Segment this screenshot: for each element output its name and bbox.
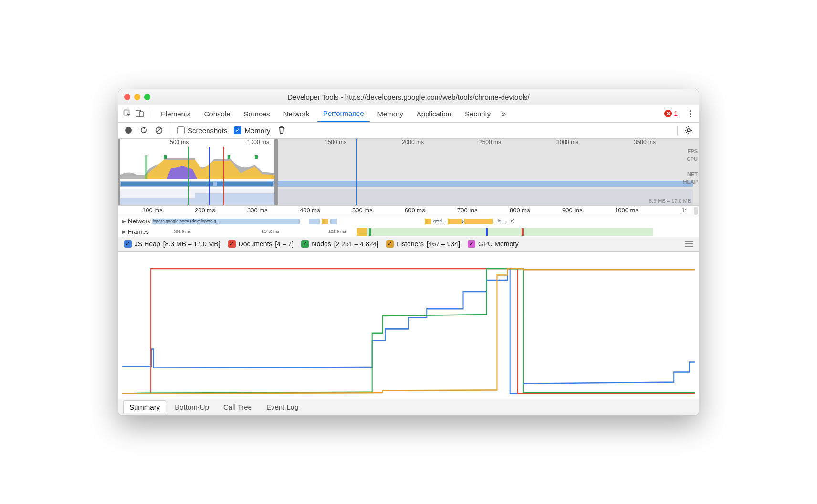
checkbox-checked-icon: ✓ — [301, 240, 309, 248]
tab-bottom-up[interactable]: Bottom-Up — [169, 401, 215, 413]
reload-record-button[interactable] — [139, 126, 148, 135]
toolbar-separator-right — [677, 126, 678, 135]
zoom-window-button[interactable] — [144, 94, 150, 100]
frame-bar[interactable] — [486, 228, 488, 236]
tab-event-log[interactable]: Event Log — [261, 401, 304, 413]
devtools-tabs: Elements Console Sources Network Perform… — [118, 105, 699, 123]
overview-tracks: 8.3 MB – 17.0 MB — [118, 147, 693, 205]
tab-console[interactable]: Console — [199, 105, 236, 122]
ruler-tick: 400 ms — [300, 207, 320, 214]
tab-application[interactable]: Application — [411, 105, 457, 122]
legend-documents[interactable]: ✓ Documents [4 – 7] — [228, 240, 294, 248]
scrollbar[interactable] — [694, 207, 698, 215]
minimize-window-button[interactable] — [134, 94, 140, 100]
net-label: NET — [683, 170, 698, 178]
legend-nodes[interactable]: ✓ Nodes [2 251 – 4 824] — [301, 240, 378, 248]
cpu-label: CPU — [683, 155, 698, 163]
close-window-button[interactable] — [124, 94, 130, 100]
inspect-icon[interactable] — [122, 108, 133, 119]
toolbar-separator — [170, 126, 170, 135]
more-tabs-icon[interactable]: » — [498, 108, 509, 119]
request-bar[interactable] — [309, 219, 320, 224]
tab-sources[interactable]: Sources — [238, 105, 276, 122]
overview-window-start-handle[interactable] — [118, 139, 120, 205]
tab-call-tree[interactable]: Call Tree — [218, 401, 258, 413]
expand-icon[interactable]: ▶ — [122, 219, 126, 224]
legend-label: Documents — [239, 240, 272, 248]
overview-marker — [188, 147, 189, 205]
tab-memory[interactable]: Memory — [372, 105, 409, 122]
heap-label: HEAP — [683, 178, 698, 186]
tab-performance[interactable]: Performance — [317, 105, 370, 122]
request-bar[interactable]: lopers.google.com/ (developers.g… — [152, 219, 300, 224]
request-bar[interactable] — [448, 219, 462, 224]
ruler-tail: 1: — [681, 207, 687, 214]
devtools-menu-icon[interactable] — [685, 110, 695, 117]
tab-network[interactable]: Network — [278, 105, 315, 122]
legend-menu-icon[interactable] — [685, 241, 693, 247]
request-bar[interactable] — [464, 219, 493, 224]
checkbox-unchecked-icon — [177, 126, 185, 134]
tab-summary[interactable]: Summary — [123, 400, 166, 413]
frame-time: 214.0 ms — [262, 229, 279, 235]
legend-range: [8.3 MB – 17.0 MB] — [163, 240, 220, 248]
record-button[interactable] — [124, 126, 133, 135]
overview-panel[interactable]: 500 ms 1000 ms 1500 ms 2000 ms 2500 ms 3… — [118, 139, 699, 206]
request-bar[interactable] — [425, 219, 431, 224]
clear-button[interactable] — [155, 126, 163, 135]
garbage-collect-button[interactable] — [277, 126, 286, 135]
frame-time: 222.9 ms — [328, 229, 346, 235]
frame-bar[interactable] — [357, 228, 367, 236]
fps-label: FPS — [683, 147, 698, 155]
settings-icon[interactable] — [684, 126, 693, 135]
device-toggle-icon[interactable] — [135, 108, 145, 119]
tab-elements[interactable]: Elements — [155, 105, 197, 122]
svg-line-5 — [157, 128, 161, 132]
overview-marker — [223, 147, 224, 205]
frames-track[interactable]: ▶ Frames 364.9 ms 214.0 ms 222.9 ms — [118, 227, 699, 237]
request-bar[interactable] — [330, 219, 337, 224]
checkbox-checked-icon: ✓ — [386, 240, 394, 248]
svg-point-3 — [125, 127, 132, 134]
ruler-tick: 800 ms — [510, 207, 530, 214]
memory-chart[interactable] — [118, 252, 699, 399]
ruler-tick: 1000 ms — [615, 207, 639, 214]
overview-ruler: 500 ms 1000 ms 1500 ms 2000 ms 2500 ms 3… — [118, 139, 699, 147]
overview-cursor[interactable] — [356, 139, 357, 205]
overview-track-labels: FPS CPU NET HEAP — [683, 147, 698, 186]
tab-separator — [150, 109, 150, 118]
ov-tick: 1500 ms — [325, 139, 346, 146]
legend-js-heap[interactable]: ✓ JS Heap [8.3 MB – 17.0 MB] — [124, 240, 220, 248]
heap-track: 8.3 MB – 17.0 MB — [118, 189, 693, 205]
frames-track-label: Frames — [128, 228, 149, 235]
legend-listeners[interactable]: ✓ Listeners [467 – 934] — [386, 240, 460, 248]
checkbox-checked-icon: ✓ — [124, 240, 132, 248]
error-badge[interactable]: ✕ 1 — [664, 110, 678, 117]
request-bar[interactable]: getsi… …tic… (developers.g… …le… …n) — [433, 219, 634, 224]
overview-window-end-handle[interactable] — [274, 139, 278, 205]
cpu-graph — [118, 155, 693, 179]
memory-checkbox[interactable]: ✓ Memory — [234, 126, 270, 135]
checkbox-checked-icon: ✓ — [468, 240, 475, 248]
svg-rect-10 — [255, 155, 258, 159]
frame-fill — [357, 228, 653, 236]
screenshots-checkbox[interactable]: Screenshots — [177, 126, 227, 135]
ov-tick: 3000 ms — [556, 139, 578, 146]
ruler-tick: 100 ms — [142, 207, 163, 214]
legend-range: [467 – 934] — [427, 240, 460, 248]
detail-ruler[interactable]: 100 ms 200 ms 300 ms 400 ms 500 ms 600 m… — [118, 206, 699, 216]
checkbox-checked-icon: ✓ — [228, 240, 236, 248]
frame-bar[interactable] — [369, 228, 371, 236]
expand-icon[interactable]: ▶ — [122, 229, 126, 234]
network-track[interactable]: ▶ Network lopers.google.com/ (developers… — [118, 216, 699, 227]
svg-rect-9 — [228, 155, 230, 159]
flame-tracks: ▶ Network lopers.google.com/ (developers… — [118, 216, 699, 237]
frame-bar[interactable] — [522, 228, 524, 236]
legend-gpu-memory[interactable]: ✓ GPU Memory — [468, 240, 519, 248]
request-bar[interactable] — [322, 219, 328, 224]
legend-label: JS Heap — [135, 240, 160, 248]
tab-security[interactable]: Security — [459, 105, 496, 122]
ruler-tick: 900 ms — [562, 207, 583, 214]
overview-marker — [209, 147, 210, 205]
svg-rect-8 — [164, 155, 167, 159]
